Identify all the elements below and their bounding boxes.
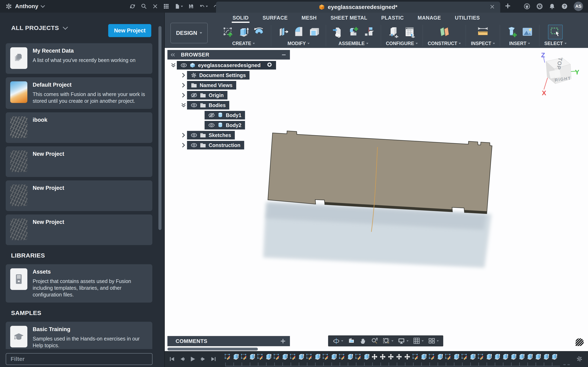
- avatar[interactable]: AS: [574, 2, 583, 11]
- timeline-sketch-feature[interactable]: [306, 353, 312, 361]
- document-tab[interactable]: eyeglasscaseredesigned*: [216, 2, 500, 13]
- viewcube[interactable]: Z Y X TOP RIGHT: [538, 53, 579, 101]
- look-at-button[interactable]: [346, 337, 356, 345]
- tree-expander[interactable]: [180, 73, 187, 78]
- eye-icon[interactable]: [191, 133, 197, 138]
- project-card[interactable]: Assets Project that contains assets used…: [6, 264, 152, 303]
- group-label[interactable]: CONSTRUCT: [428, 41, 461, 46]
- timeline-extrude-feature[interactable]: [535, 353, 541, 361]
- timeline-extrude-feature[interactable]: [543, 353, 549, 361]
- timeline-extrude-feature[interactable]: [527, 353, 533, 361]
- timeline-sketch-feature[interactable]: [322, 353, 329, 361]
- new-component-button[interactable]: [346, 25, 360, 39]
- close-tab-icon[interactable]: [490, 4, 495, 9]
- timeline-extrude-feature[interactable]: [330, 353, 337, 361]
- eye-icon[interactable]: [208, 123, 215, 128]
- group-label[interactable]: INSPECT: [471, 41, 495, 46]
- sync-button[interactable]: [128, 2, 137, 10]
- project-card[interactable]: Default Project This comes with Fusion a…: [6, 77, 152, 109]
- chev-right-icon[interactable]: [181, 73, 186, 78]
- timeline-sketch-feature[interactable]: [241, 353, 247, 361]
- tree-node-origin[interactable]: Origin: [187, 91, 227, 100]
- ribbon-tab-surface[interactable]: SURFACE: [256, 13, 295, 23]
- group-label[interactable]: ASSEMBLE: [338, 41, 368, 46]
- chev-dd-icon[interactable]: [171, 63, 176, 68]
- orbit-button[interactable]: [331, 337, 345, 345]
- tree-node-eyeglasscaseredesigned[interactable]: eyeglasscaseredesigned: [177, 61, 276, 69]
- timeline-extrude-feature[interactable]: [265, 353, 272, 361]
- clock-button[interactable]: [536, 3, 543, 10]
- canvas-image-button[interactable]: [520, 25, 534, 39]
- chev-dd-icon[interactable]: [181, 103, 186, 108]
- timeline-sketch-feature[interactable]: [412, 353, 419, 361]
- group-label[interactable]: CREATE: [232, 41, 255, 46]
- timeline-sketch-feature[interactable]: [224, 353, 231, 361]
- timeline-ruler[interactable]: [225, 363, 560, 366]
- timeline-extrude-feature[interactable]: [510, 353, 517, 361]
- file-button[interactable]: [173, 3, 184, 10]
- timeline-extrude-feature[interactable]: [420, 353, 427, 361]
- measure-button[interactable]: [476, 25, 490, 39]
- timeline-sketch-feature[interactable]: [355, 353, 361, 361]
- tree-expander[interactable]: [170, 63, 177, 68]
- comments-panel[interactable]: COMMENTS: [167, 336, 290, 346]
- timeline-move-feature[interactable]: [371, 353, 378, 361]
- timeline-extrude-feature[interactable]: [469, 353, 476, 361]
- project-card[interactable]: ibook: [6, 112, 152, 143]
- eye-off-icon[interactable]: [208, 113, 215, 118]
- ribbon-tab-manage[interactable]: MANAGE: [411, 13, 448, 23]
- project-card[interactable]: New Project: [6, 180, 152, 211]
- timeline-move-feature[interactable]: [388, 353, 394, 361]
- tree-expander[interactable]: [180, 143, 187, 148]
- sidebar-scrollbar[interactable]: [158, 26, 162, 230]
- group-label[interactable]: SELECT: [544, 41, 567, 46]
- workspace-selector-button[interactable]: DESIGN: [171, 23, 208, 43]
- timeline-extrude-feature[interactable]: [502, 353, 508, 361]
- timeline-sketch-feature[interactable]: [290, 353, 296, 361]
- timeline-extrude-feature[interactable]: [486, 353, 492, 361]
- eye-icon[interactable]: [191, 143, 197, 148]
- timeline-extrude-feature[interactable]: [363, 353, 370, 361]
- project-card[interactable]: Basic Training Samples used in the Hands…: [6, 322, 152, 349]
- step-forward-button[interactable]: [200, 356, 206, 362]
- timeline-extrude-feature[interactable]: [347, 353, 353, 361]
- pan-button[interactable]: [358, 337, 368, 344]
- timeline-sketch-feature[interactable]: [273, 353, 280, 361]
- timeline-extrude-feature[interactable]: [282, 353, 288, 361]
- ribbon-tab-plastic[interactable]: PLASTIC: [374, 13, 411, 23]
- construct-plane-button[interactable]: [437, 25, 451, 39]
- project-card[interactable]: New Project: [6, 146, 152, 177]
- timeline-extrude-feature[interactable]: [551, 353, 557, 361]
- insert-fastener-button[interactable]: [505, 25, 519, 39]
- minimize-panel-icon[interactable]: [281, 52, 286, 57]
- project-card[interactable]: My Recent Data A list of what you've rec…: [6, 43, 152, 74]
- timeline-extrude-feature[interactable]: [314, 353, 320, 361]
- timeline-extrude-feature[interactable]: [494, 353, 500, 361]
- timeline-settings-gear-icon[interactable]: [576, 356, 583, 362]
- viewports-button[interactable]: [427, 337, 440, 345]
- timeline-extrude-feature[interactable]: [518, 353, 525, 361]
- play-button[interactable]: [190, 356, 196, 362]
- tree-node-named-views[interactable]: Named Views: [187, 81, 236, 90]
- fillet-button[interactable]: [292, 25, 305, 39]
- timeline-extrude-feature[interactable]: [453, 353, 459, 361]
- timeline-sketch-feature[interactable]: [257, 353, 263, 361]
- chev-right-icon[interactable]: [181, 83, 186, 88]
- grid-settings-button[interactable]: [412, 337, 425, 345]
- timeline-sketch-feature[interactable]: [445, 353, 451, 361]
- chev-right-icon[interactable]: [181, 93, 186, 98]
- grid-apps-button[interactable]: [162, 3, 170, 10]
- add-comment-icon[interactable]: [280, 338, 286, 344]
- timeline-extrude-feature[interactable]: [437, 353, 443, 361]
- to-start-button[interactable]: [169, 356, 175, 362]
- timeline-sketch-feature[interactable]: [461, 353, 467, 361]
- tree-node-sketches[interactable]: Sketches: [187, 131, 235, 140]
- tree-expander[interactable]: [180, 103, 187, 108]
- step-back-button[interactable]: [180, 356, 185, 362]
- tree-node-bodies[interactable]: Bodies: [187, 101, 229, 109]
- save-button[interactable]: [187, 3, 195, 10]
- chev-right-icon[interactable]: [181, 133, 186, 138]
- feedback-badge-icon[interactable]: [576, 338, 584, 346]
- eye-off-icon[interactable]: [191, 93, 197, 98]
- filter-input[interactable]: [6, 356, 152, 362]
